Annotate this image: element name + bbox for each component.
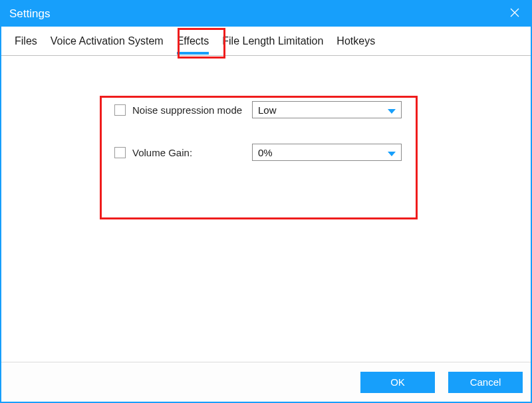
window-title: Settings bbox=[9, 7, 50, 21]
chevron-down-icon bbox=[388, 104, 396, 116]
titlebar: Settings bbox=[1, 1, 531, 27]
tab-hotkeys[interactable]: Hotkeys bbox=[331, 27, 380, 56]
close-icon bbox=[510, 7, 519, 21]
tab-effects[interactable]: Effects bbox=[172, 27, 215, 56]
dialog-footer: OK Cancel bbox=[1, 362, 531, 402]
tab-label: Voice Activation System bbox=[51, 35, 164, 47]
noise-suppression-row: Noise suppression mode Low bbox=[1, 96, 531, 116]
volume-gain-dropdown[interactable]: 0% bbox=[252, 144, 402, 161]
tab-files[interactable]: Files bbox=[9, 27, 43, 56]
volume-gain-checkbox[interactable] bbox=[114, 147, 126, 158]
button-label: Cancel bbox=[470, 376, 501, 388]
tab-label: Files bbox=[15, 35, 37, 47]
effects-panel: Noise suppression mode Low Volume Gain: … bbox=[1, 56, 531, 362]
volume-gain-row: Volume Gain: 0% bbox=[1, 142, 531, 162]
button-label: OK bbox=[390, 376, 405, 388]
tab-file-length-limitation[interactable]: File Length Limitation bbox=[217, 27, 329, 56]
svg-marker-2 bbox=[388, 109, 396, 114]
dropdown-value: 0% bbox=[258, 147, 273, 158]
cancel-button[interactable]: Cancel bbox=[448, 372, 523, 393]
chevron-down-icon bbox=[388, 147, 396, 158]
noise-suppression-label: Noise suppression mode bbox=[132, 104, 252, 116]
tab-label: File Length Limitation bbox=[222, 35, 323, 47]
tab-voice-activation-system[interactable]: Voice Activation System bbox=[45, 27, 169, 56]
svg-marker-3 bbox=[388, 152, 396, 156]
noise-suppression-dropdown[interactable]: Low bbox=[252, 101, 402, 118]
ok-button[interactable]: OK bbox=[360, 372, 435, 393]
tab-label: Effects bbox=[177, 35, 209, 47]
volume-gain-label: Volume Gain: bbox=[132, 147, 252, 158]
close-button[interactable] bbox=[499, 1, 531, 27]
settings-window: Settings Files Voice Activation System E… bbox=[0, 0, 532, 403]
noise-suppression-checkbox[interactable] bbox=[114, 104, 126, 116]
dropdown-value: Low bbox=[258, 104, 277, 116]
tab-label: Hotkeys bbox=[336, 35, 375, 47]
tabstrip: Files Voice Activation System Effects Fi… bbox=[1, 27, 531, 56]
